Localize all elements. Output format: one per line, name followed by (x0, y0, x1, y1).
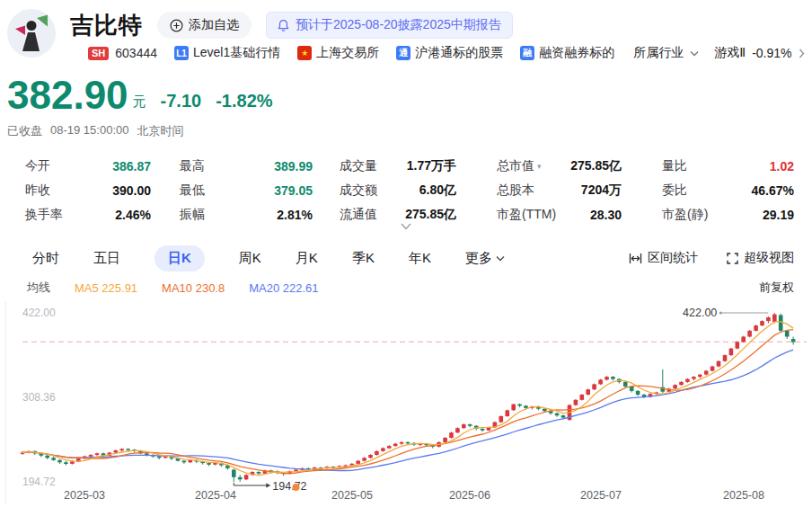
tag-Level1基础行情[interactable]: L1Level1基础行情 (174, 45, 280, 61)
区间统计-button[interactable]: 区间统计 (629, 250, 698, 266)
tab-周K[interactable]: 周K (239, 250, 261, 267)
gbits-logo-icon (7, 9, 56, 58)
industry-row[interactable]: 所属行业 游戏Ⅱ -0.91% (633, 45, 804, 61)
candle-body (754, 325, 758, 331)
candle-body (51, 458, 56, 460)
tag-label: Level1基础行情 (193, 45, 280, 61)
stat-label: 换手率 (25, 207, 63, 223)
price-change: -7.10 (161, 91, 202, 111)
tab-季K[interactable]: 季K (352, 250, 375, 267)
tag-融资融券标的[interactable]: 融融资融券标的 (520, 45, 614, 61)
stat-value: 389.99 (274, 159, 313, 173)
stat-column-2: 最高389.99最低379.05振幅2.81% (180, 154, 313, 227)
chevron-right-icon (799, 49, 805, 58)
candle-body (747, 331, 752, 337)
candle-body (375, 451, 379, 455)
stat-label: 量比 (662, 158, 687, 174)
stat-cell-换手率: 换手率2.46% (25, 202, 151, 227)
candle-body (717, 361, 721, 367)
candle-body (766, 317, 771, 321)
candle-body (70, 461, 75, 464)
candle-body (362, 458, 366, 460)
y-axis-label: 308.36 (22, 391, 56, 404)
stat-value: 379.05 (274, 183, 313, 198)
price-unit: 元 (133, 93, 146, 111)
candle-body (207, 463, 211, 465)
candle-body (779, 316, 783, 331)
candle-body (468, 424, 472, 426)
candle-body (772, 315, 777, 322)
x-axis-label: 2025-03 (64, 489, 105, 502)
kline-chart-area[interactable]: 422.00308.36194.722025-032025-042025-052… (0, 302, 812, 511)
stat-cell-成交量: 成交量1.77万手 (340, 154, 456, 178)
candle-body (704, 371, 709, 375)
tag-label: 沪港通标的股票 (415, 45, 503, 61)
stat-label: 昨收 (25, 182, 50, 199)
x-axis-label: 2025-08 (723, 489, 764, 502)
candle-body (119, 449, 124, 450)
caret-down-icon[interactable]: ▾ (537, 162, 542, 171)
stat-value: 275.85亿 (405, 207, 456, 223)
ma-legend-item: MA5 225.91 (75, 281, 137, 295)
x-axis-label: 2025-04 (195, 489, 236, 502)
tool-label: 区间统计 (648, 250, 698, 266)
chevron-down-icon (496, 255, 505, 262)
collapse-stats-button[interactable] (395, 222, 417, 235)
tag-上海交易所[interactable]: ★上海交易所 (297, 45, 379, 61)
stat-cell-总股本: 总股本7204万 (497, 178, 622, 202)
report-notice-banner[interactable]: 预计于2025-08-20披露2025中期报告 (266, 12, 513, 39)
stat-cell-昨收: 昨收390.00 (25, 178, 151, 202)
candle-body (481, 429, 485, 431)
stat-label: 流通值 (340, 207, 377, 223)
candle-body (368, 455, 373, 458)
ma10-line (22, 330, 793, 474)
stat-cell-振幅: 振幅2.81% (180, 202, 313, 227)
tool-label: 超级视图 (744, 250, 794, 266)
tab-更多[interactable]: 更多 (465, 250, 505, 267)
candle-body (785, 331, 790, 337)
price-change-pct: -1.82% (216, 91, 272, 111)
candle-body (592, 384, 596, 389)
stat-cell-总市值: 总市值▾275.85亿 (497, 154, 622, 178)
tab-月K[interactable]: 月K (296, 250, 318, 267)
超级视图-button[interactable]: 超级视图 (727, 250, 794, 266)
tab-五日[interactable]: 五日 (93, 250, 120, 267)
candle-body (182, 461, 187, 463)
adjust-mode-button[interactable]: 前复权 (759, 280, 794, 296)
tab-日K[interactable]: 日K (154, 245, 205, 271)
stat-column-1: 今开386.87昨收390.00换手率2.46% (25, 154, 151, 227)
stat-value: 7204万 (581, 182, 622, 199)
candle-body (406, 442, 410, 443)
tab-分时[interactable]: 分时 (32, 250, 59, 267)
stat-label: 总股本 (497, 182, 534, 199)
candle-body (791, 339, 796, 342)
candle-body (126, 449, 130, 449)
candle-body (741, 337, 746, 343)
tab-年K[interactable]: 年K (409, 250, 431, 267)
candle-body (506, 410, 510, 416)
candle-body (723, 355, 728, 361)
stat-value: 1.77万手 (407, 158, 456, 174)
candle-body (679, 382, 684, 385)
stat-column-4: 总市值▾275.85亿总股本7204万市盈(TTM)28.30 (497, 154, 622, 227)
candle-body (736, 342, 740, 348)
candle-body (393, 444, 398, 447)
candle-body (387, 446, 392, 449)
tag-list: L1Level1基础行情★上海交易所通沪港通标的股票融融资融券标的 (157, 45, 614, 61)
tag-chip-icon: 融 (520, 46, 534, 60)
stat-label: 今开 (25, 158, 50, 174)
stat-value: 1.02 (770, 159, 794, 173)
low-annotation-arrow (266, 484, 270, 488)
candle-body (238, 477, 243, 480)
stat-value: 275.85亿 (570, 158, 622, 174)
candle-body (623, 382, 628, 387)
report-notice-label: 预计于2025-08-20披露2025中期报告 (296, 17, 501, 33)
quote-timezone: 北京时间 (137, 123, 183, 139)
stat-label: 总市值▾ (497, 158, 542, 174)
stat-cell-今开: 今开386.87 (25, 154, 151, 178)
candle-body (760, 321, 764, 325)
tag-沪港通标的股票[interactable]: 通沪港通标的股票 (396, 45, 503, 61)
tag-label: 上海交易所 (316, 45, 379, 61)
kline-chart[interactable]: 422.00308.36194.722025-032025-042025-052… (0, 302, 812, 511)
add-watchlist-button[interactable]: 添加自选 (157, 12, 252, 39)
